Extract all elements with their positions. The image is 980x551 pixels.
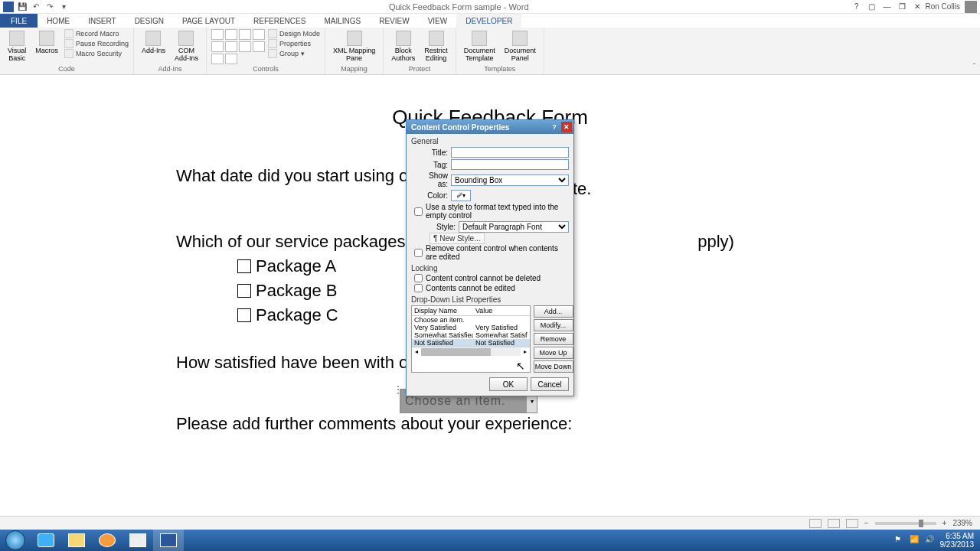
collapse-ribbon-icon[interactable]: ˆ [973,63,975,71]
addins-button[interactable]: Add-Ins [139,29,168,57]
checkbox-c[interactable] [237,308,251,322]
scroll-thumb[interactable] [421,348,491,356]
move-up-button[interactable]: Move Up [534,347,573,359]
color-picker[interactable]: 🖉▾ [451,190,471,201]
plain-text-control[interactable] [225,29,237,40]
user-name[interactable]: Ron Collis [925,2,960,11]
checkbox-no-delete[interactable] [414,274,423,282]
move-down-button[interactable]: Move Down [534,360,573,373]
tab-design[interactable]: DESIGN [126,14,173,28]
tab-view[interactable]: VIEW [419,14,457,28]
maximize-button[interactable]: ❐ [894,2,910,12]
modify-button[interactable]: Modify... [534,319,573,331]
status-bar: − + 239% [0,516,980,530]
tab-file[interactable]: FILE [0,14,38,28]
doc-template-icon [472,31,487,46]
zoom-thumb[interactable] [919,520,923,527]
restrict-editing-button[interactable]: Restrict Editing [421,29,451,64]
repeating-control[interactable] [211,54,224,64]
dropdown-control[interactable] [239,41,251,52]
user-avatar[interactable] [965,1,977,13]
building-block-control[interactable] [253,29,265,40]
tab-insert[interactable]: INSERT [79,14,126,28]
tray-flag-icon[interactable]: ⚑ [894,535,905,546]
checkbox-a[interactable] [237,259,251,273]
tab-page-layout[interactable]: PAGE LAYOUT [173,14,244,28]
save-icon[interactable]: 💾 [17,2,28,12]
list-item: Very SatisfiedVery Satisfied [412,324,530,331]
scroll-left-icon[interactable]: ◂ [412,348,421,355]
tab-developer[interactable]: DEVELOPER [456,14,521,28]
select-show-as[interactable]: Bounding Box [451,174,569,186]
qat-dropdown-icon[interactable]: ▾ [58,2,69,12]
tab-references[interactable]: REFERENCES [244,14,315,28]
checkbox-b[interactable] [237,284,251,298]
taskbar-misc[interactable] [122,530,153,551]
redo-icon[interactable]: ↷ [44,2,55,12]
cancel-button[interactable]: Cancel [531,377,569,391]
dialog-help-button[interactable]: ? [549,122,560,132]
pause-recording-button[interactable]: Pause Recording [64,39,129,48]
macro-security-button[interactable]: Macro Security [64,49,129,58]
checkbox-use-style[interactable] [414,207,423,216]
dialog-close-button[interactable]: ✕ [561,122,572,132]
combo-control[interactable] [225,41,237,52]
tab-mailings[interactable]: MAILINGS [315,14,370,28]
taskbar-word[interactable] [153,530,184,551]
read-mode-view-icon[interactable] [828,519,840,528]
rich-text-control[interactable] [211,29,224,40]
tab-home[interactable]: HOME [38,14,79,28]
tab-review[interactable]: REVIEW [370,14,418,28]
select-style[interactable]: Default Paragraph Font [459,221,569,233]
list-scrollbar[interactable]: ◂▸ [412,347,530,356]
taskbar-ie[interactable] [31,530,61,551]
input-tag[interactable] [451,159,569,170]
web-layout-view-icon[interactable] [846,519,858,528]
print-layout-view-icon[interactable] [809,519,822,528]
list-item: Choose an item. [412,316,530,324]
remove-button[interactable]: Remove [534,333,573,345]
zoom-value[interactable]: 239% [952,519,972,527]
add-button[interactable]: Add... [534,305,573,318]
dialog-titlebar[interactable]: Content Control Properties ? ✕ [407,120,573,134]
zoom-slider[interactable] [875,522,936,525]
zoom-in-button[interactable]: + [942,519,947,527]
tray-network-icon[interactable]: 📶 [910,535,920,546]
ribbon-display-icon[interactable]: ▢ [864,2,879,12]
scroll-right-icon[interactable]: ▸ [521,348,530,355]
legacy-control[interactable] [225,54,237,64]
picture-control[interactable] [239,29,251,40]
ok-button[interactable]: OK [489,377,528,391]
close-button[interactable]: ✕ [910,2,925,12]
checkbox-no-edit[interactable] [414,284,423,292]
taskbar-media[interactable] [92,530,122,551]
clock-time: 6:35 AM [940,532,975,540]
tray-volume-icon[interactable]: 🔊 [925,535,936,546]
zoom-out-button[interactable]: − [864,519,869,527]
taskbar-clock[interactable]: 6:35 AM 9/23/2013 [940,532,975,549]
group-command-button[interactable]: Group ▾ [268,49,320,58]
document-panel-button[interactable]: Document Panel [501,29,539,64]
input-title[interactable] [451,147,569,158]
taskbar-explorer[interactable] [61,530,92,551]
checkbox-remove-when-edited[interactable] [414,249,423,257]
minimize-button[interactable]: — [879,2,894,12]
pause-icon [64,39,74,48]
checkbox-control[interactable] [211,41,224,52]
new-style-button[interactable]: ¶ New Style... [430,233,485,244]
help-icon[interactable]: ? [848,2,864,12]
start-button[interactable] [0,530,31,551]
undo-icon[interactable]: ↶ [31,2,41,12]
com-addins-button[interactable]: COM Add-Ins [172,29,201,64]
block-authors-button[interactable]: Block Authors [388,29,418,64]
design-mode-icon [268,29,277,38]
document-template-button[interactable]: Document Template [461,29,498,64]
date-control[interactable] [253,41,265,52]
record-macro-button[interactable]: Record Macro [64,29,129,38]
ddl-list[interactable]: Display NameValue Choose an item. Very S… [411,305,531,373]
properties-button[interactable]: Properties [268,39,320,48]
xml-mapping-pane-button[interactable]: XML Mapping Pane [330,29,378,64]
design-mode-button[interactable]: Design Mode [268,29,320,38]
visual-basic-button[interactable]: Visual Basic [5,29,29,64]
macros-button[interactable]: Macros [32,29,61,57]
